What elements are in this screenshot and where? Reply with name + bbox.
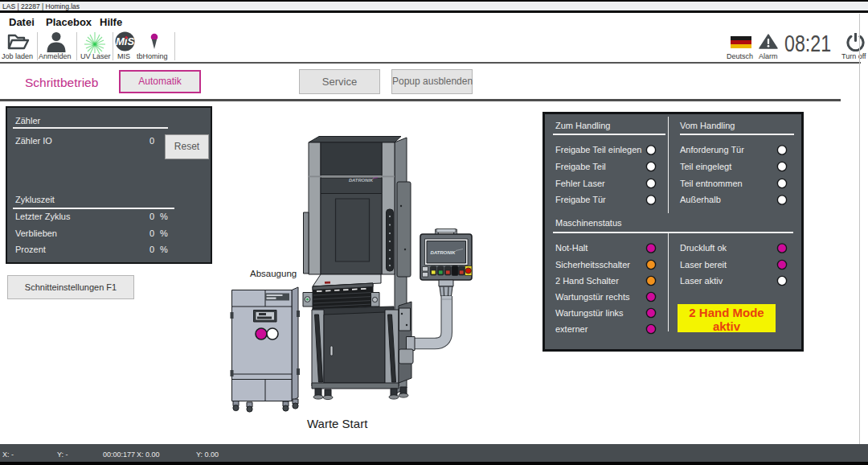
svg-text:DATRONIK: DATRONIK [349, 178, 374, 183]
svg-text:DATRONIK: DATRONIK [430, 250, 456, 255]
svg-text:MiS: MiS [116, 35, 134, 47]
